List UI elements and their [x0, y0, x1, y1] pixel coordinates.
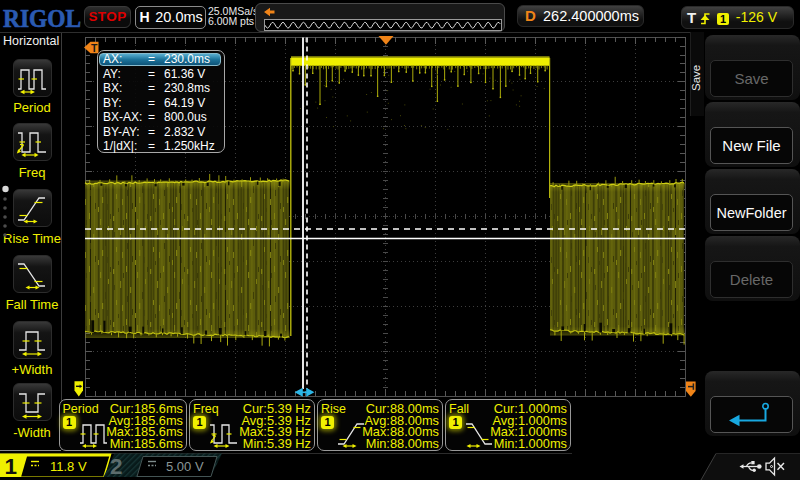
svg-text:11.8 V: 11.8 V: [50, 459, 87, 474]
svg-text:1: 1: [5, 454, 18, 479]
svg-text:T: T: [91, 42, 98, 54]
svg-text:5.00 V: 5.00 V: [166, 459, 204, 474]
svg-text:2: 2: [110, 454, 123, 479]
